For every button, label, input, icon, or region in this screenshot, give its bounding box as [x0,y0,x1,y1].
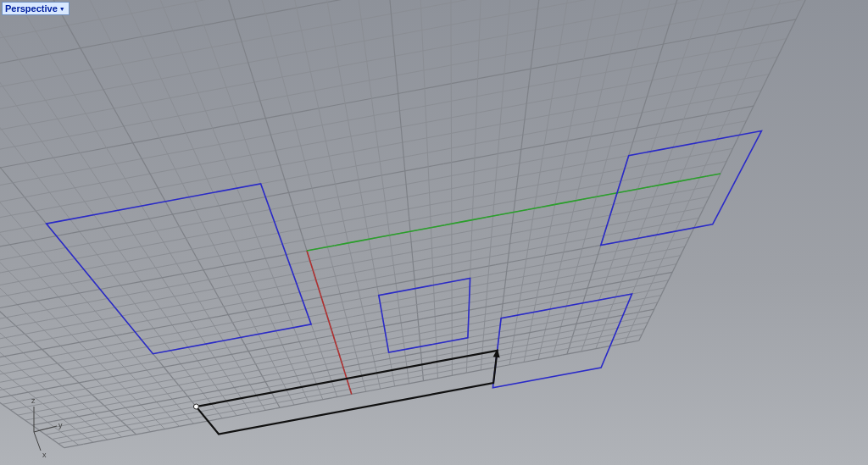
svg-line-794 [153,264,162,278]
svg-line-2354 [700,161,708,177]
svg-line-1796 [584,277,607,281]
svg-line-759 [75,181,108,187]
svg-line-2360 [663,247,668,259]
svg-line-1859 [649,272,672,276]
svg-line-534 [592,13,629,19]
svg-line-1067 [355,201,385,206]
svg-line-1604 [299,306,324,310]
svg-line-1654 [64,358,87,363]
svg-line-593 [551,40,587,47]
svg-line-891 [476,138,507,144]
viewport-perspective[interactable]: z y x Perspective ▼ [0,0,868,465]
svg-line-1511 [404,167,406,185]
svg-line-1061 [178,234,208,239]
svg-line-588 [370,74,406,80]
svg-line-1837 [153,365,175,369]
svg-line-2254 [126,416,147,419]
svg-line-1308 [391,241,418,246]
svg-line-1071 [474,179,504,184]
svg-line-1073 [532,168,562,173]
svg-line-962 [83,0,100,19]
svg-line-1840 [220,352,243,357]
svg-line-1602 [251,314,275,318]
svg-line-533 [554,19,592,26]
svg-line-1779 [193,350,216,354]
svg-line-1728 [399,303,423,307]
svg-line-1727 [376,308,399,313]
svg-line-25 [20,417,30,423]
control-point-icon[interactable] [193,404,198,409]
svg-line-1954 [97,390,120,394]
svg-line-1294 [14,311,41,316]
svg-line-1617 [616,246,641,251]
svg-line-1684 [481,0,481,12]
svg-line-1187 [360,224,388,230]
svg-line-1024 [146,44,159,72]
svg-line-2323 [309,388,328,391]
svg-line-1772 [32,379,55,384]
svg-line-1670 [446,286,470,291]
svg-line-1331 [334,180,338,197]
svg-line-256 [0,324,3,335]
svg-line-1374 [551,221,577,226]
svg-line-373 [0,279,4,292]
svg-line-2232 [671,134,678,152]
scene-canvas[interactable]: z y x [0,0,868,465]
rect-right-bottom[interactable] [601,131,762,246]
svg-line-464 [209,63,248,69]
svg-line-2072 [67,408,88,412]
svg-line-1848 [401,318,424,323]
svg-line-1455 [390,235,392,249]
svg-line-2295 [673,181,680,197]
svg-line-1886 [513,333,515,341]
svg-line-1815 [512,213,514,227]
svg-line-757 [8,194,41,200]
svg-line-1329 [326,141,330,162]
svg-line-701 [133,154,168,161]
svg-line-471 [480,12,519,19]
svg-line-2473 [331,326,332,331]
svg-line-1214 [303,236,307,251]
svg-line-1364 [287,270,313,275]
svg-line-761 [142,169,175,175]
svg-line-1361 [208,285,234,291]
svg-line-2139 [219,386,239,390]
svg-line-584 [224,101,260,108]
svg-line-897 [666,102,698,108]
svg-line-27 [39,430,47,436]
svg-line-1458 [395,274,397,286]
svg-line-1745 [507,7,509,36]
viewport-label[interactable]: Perspective ▼ [2,2,70,15]
svg-line-1025 [159,72,170,98]
svg-line-1026 [170,98,181,122]
svg-line-2071 [46,412,67,417]
svg-line-1242 [224,261,252,266]
svg-line-1521 [417,305,418,315]
svg-line-1553 [520,256,545,260]
svg-line-2143 [302,371,322,375]
svg-line-1551 [470,265,495,269]
svg-line-716 [649,58,684,64]
svg-line-1014 [565,149,595,155]
svg-line-590 [442,60,478,67]
svg-line-1903 [291,346,313,351]
svg-line-2130 [32,421,53,425]
svg-line-2346 [776,0,788,11]
svg-line-887 [348,162,380,168]
svg-line-1899 [202,363,224,367]
svg-line-1272 [315,202,320,218]
svg-line-2374 [136,425,156,429]
svg-line-1143 [196,2,207,33]
svg-line-1910 [447,318,469,322]
svg-line-2091 [468,334,489,338]
svg-line-2492 [335,243,348,246]
svg-line-2382 [292,396,311,400]
svg-line-2459 [620,340,639,344]
svg-line-2001 [555,279,558,290]
svg-line-1592 [8,360,32,364]
svg-line-1383 [323,0,329,10]
svg-line-641 [124,138,159,145]
svg-line-1872 [539,159,542,177]
svg-line-1554 [545,251,570,255]
svg-line-1065 [297,212,326,217]
